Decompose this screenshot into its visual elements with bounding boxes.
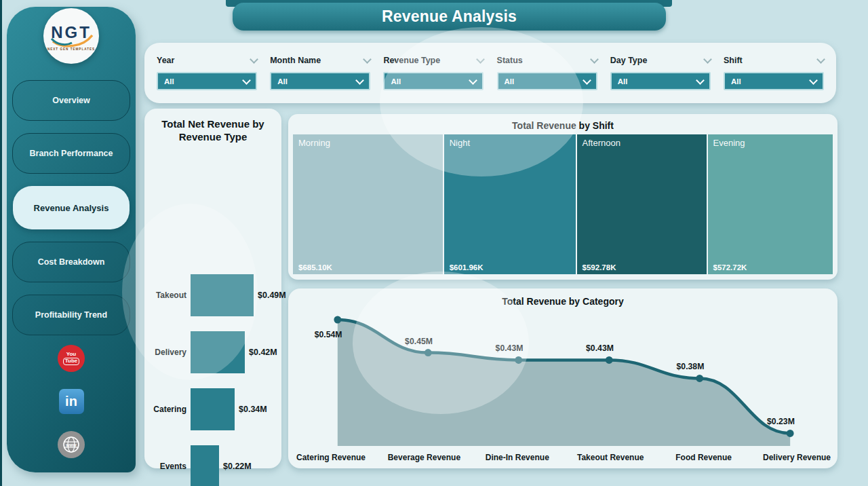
sidebar-item-revenue-analysis[interactable]: Revenue Analysis — [13, 186, 130, 229]
filter-shift: Shift All — [724, 54, 824, 103]
value-label: $0.42M — [245, 348, 277, 357]
revenue-by-shift-chart: Total Revenue by Shift Morning $685.10K … — [288, 114, 837, 280]
year-dropdown[interactable]: All — [157, 72, 257, 90]
chevron-down-icon — [583, 76, 591, 85]
youtube-icon[interactable]: You Tube — [58, 345, 85, 372]
page-title-text: Revenue Analysis — [382, 7, 517, 26]
tile-value: $592.78K — [583, 263, 616, 272]
treemap-tile-afternoon[interactable]: Afternoon $592.78K — [577, 134, 707, 274]
tile-label: Morning — [298, 138, 330, 148]
filter-label: Shift — [724, 56, 743, 65]
chevron-down-icon[interactable] — [363, 55, 372, 64]
tile-value: $685.10K — [298, 263, 332, 272]
shift-dropdown[interactable]: All — [724, 72, 824, 90]
data-point[interactable] — [696, 375, 703, 382]
linkedin-text: in — [65, 394, 77, 409]
chart-title: Total Net Revenue by Revenue Type — [153, 118, 273, 144]
bar-row-takeout: Takeout $0.49M — [144, 267, 281, 324]
chevron-down-icon — [469, 76, 478, 85]
bar-row-catering: Catering $0.34M — [144, 381, 281, 438]
treemap-tile-evening[interactable]: Evening $572.72K — [708, 134, 833, 274]
bar-delivery[interactable] — [191, 331, 245, 373]
selected-value: All — [277, 77, 288, 86]
ngt-logo-icon: NGT NEXT GEN TEMPLATES — [43, 8, 99, 64]
page-title: Revenue Analysis — [233, 3, 666, 31]
chevron-down-icon[interactable] — [477, 55, 486, 64]
bar-catering[interactable] — [191, 388, 235, 430]
selected-value: All — [391, 77, 401, 86]
svg-text:www: www — [66, 443, 77, 447]
filter-year: Year All — [157, 54, 257, 103]
category-label: Takeout — [144, 291, 191, 300]
month-name-dropdown[interactable]: All — [270, 72, 370, 90]
filter-label: Month Name — [270, 56, 321, 65]
tile-label: Evening — [713, 138, 745, 148]
data-point-label: $0.43M — [496, 343, 524, 353]
tile-value: $572.72K — [713, 263, 747, 272]
selected-value: All — [164, 77, 174, 86]
area-chart-svg: $0.54M$0.45M$0.43M$0.43M$0.38M$0.23M — [331, 306, 797, 450]
selected-value: All — [618, 77, 628, 86]
bar-chart: Takeout $0.49M Delivery $0.42M Catering … — [144, 267, 281, 486]
category-label: Catering — [144, 405, 191, 414]
chevron-down-icon — [355, 76, 364, 85]
chevron-down-icon[interactable] — [703, 55, 712, 64]
data-point-label: $0.38M — [677, 362, 705, 371]
filter-day-type: Day Type All — [610, 54, 711, 103]
data-point[interactable] — [515, 356, 522, 364]
ngt-logo: NGT NEXT GEN TEMPLATES — [43, 8, 99, 64]
x-tick-label: Food Revenue — [675, 453, 732, 462]
social-links: You Tube in www — [7, 345, 136, 475]
value-label: $0.34M — [235, 405, 267, 414]
treemap-tile-night[interactable]: Night $601.96K — [444, 134, 576, 274]
globe-glyph: www — [61, 434, 81, 455]
filter-status: Status All — [497, 54, 597, 103]
x-axis: Catering Revenue Beverage Revenue Dine-I… — [331, 453, 797, 464]
revenue-by-category-chart: Total Revenue by Category $0.54M$0.45M$0… — [288, 288, 837, 468]
revenue-type-dropdown[interactable]: All — [383, 72, 484, 90]
youtube-text: You — [66, 352, 77, 358]
status-dropdown[interactable]: All — [497, 72, 597, 90]
tile-label: Afternoon — [583, 138, 620, 148]
data-point[interactable] — [787, 430, 794, 437]
category-label: Delivery — [144, 348, 191, 357]
chevron-down-icon[interactable] — [250, 55, 258, 64]
sidebar-item-label: Overview — [52, 96, 90, 105]
sidebar-item-cost-breakdown[interactable]: Cost Breakdown — [12, 242, 130, 282]
treemap-tile-morning[interactable]: Morning $685.10K — [293, 134, 443, 274]
value-label: $0.49M — [254, 291, 286, 300]
sidebar-item-branch-performance[interactable]: Branch Performance — [12, 133, 130, 174]
filter-label: Year — [157, 56, 174, 65]
data-point-label: $0.54M — [315, 330, 342, 339]
chevron-down-icon — [242, 76, 251, 85]
sidebar-item-label: Cost Breakdown — [38, 257, 105, 267]
sidebar-item-profitability-trend[interactable]: Profitability Trend — [12, 295, 130, 335]
linkedin-icon[interactable]: in — [59, 389, 84, 414]
youtube-text: Tube — [63, 358, 80, 365]
treemap: Morning $685.10K Night $601.96K Afternoo… — [293, 134, 833, 274]
bar-events[interactable] — [191, 445, 219, 486]
data-point-label: $0.43M — [586, 343, 614, 353]
area-chart-plot: $0.54M$0.45M$0.43M$0.43M$0.38M$0.23M — [331, 306, 797, 450]
filter-revenue-type: Revenue Type All — [383, 54, 484, 103]
data-point[interactable] — [425, 349, 432, 356]
bar-takeout[interactable] — [191, 274, 254, 316]
selected-value: All — [731, 77, 741, 86]
day-type-dropdown[interactable]: All — [610, 72, 711, 90]
x-tick-label: Dine-In Revenue — [486, 453, 549, 462]
x-tick-label: Takeout Revenue — [577, 453, 644, 462]
net-revenue-by-type-chart: Total Net Revenue by Revenue Type Takeou… — [144, 109, 281, 468]
chevron-down-icon[interactable] — [816, 55, 825, 64]
sidebar-item-overview[interactable]: Overview — [12, 80, 130, 121]
chevron-down-icon[interactable] — [590, 55, 599, 64]
filter-label: Day Type — [610, 56, 648, 65]
filter-label: Revenue Type — [383, 56, 440, 65]
sidebar: NGT NEXT GEN TEMPLATES Overview Branch P… — [7, 7, 136, 472]
website-icon[interactable]: www — [58, 431, 85, 458]
logo-tagline: NEXT GEN TEMPLATES — [47, 48, 95, 51]
data-point[interactable] — [606, 356, 613, 364]
bar-row-delivery: Delivery $0.42M — [144, 324, 281, 381]
x-tick-label: Beverage Revenue — [388, 453, 460, 462]
page-left-accent — [0, 0, 2, 486]
data-point[interactable] — [334, 316, 341, 324]
